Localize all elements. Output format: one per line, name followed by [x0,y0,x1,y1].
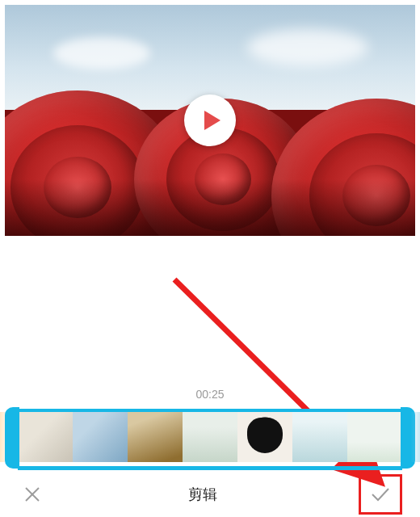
timestamp: 00:25 [0,388,420,401]
toolbar-title: 剪辑 [188,485,217,504]
check-icon [370,486,391,502]
thumb [18,412,73,462]
cancel-button[interactable] [18,480,47,509]
cloud [247,29,368,66]
cloud [53,37,150,69]
trim-timeline[interactable] [5,407,415,470]
thumb [347,412,402,462]
bottom-toolbar: 剪辑 [0,475,420,514]
thumbnail-strip[interactable] [18,412,402,462]
trim-rail [18,466,402,470]
close-icon [23,485,41,503]
thumb [73,412,128,462]
timeline-fade-right [410,412,420,462]
annotation-highlight-box [359,474,402,515]
video-preview[interactable] [5,5,415,236]
thumb [237,412,292,462]
thumb [292,412,347,462]
confirm-button[interactable] [366,480,395,509]
play-button[interactable] [184,95,236,146]
thumb [183,412,237,462]
preview-shadow [5,179,415,236]
thumb [128,412,183,462]
trim-handle-left[interactable] [5,407,19,469]
play-icon [204,111,220,130]
